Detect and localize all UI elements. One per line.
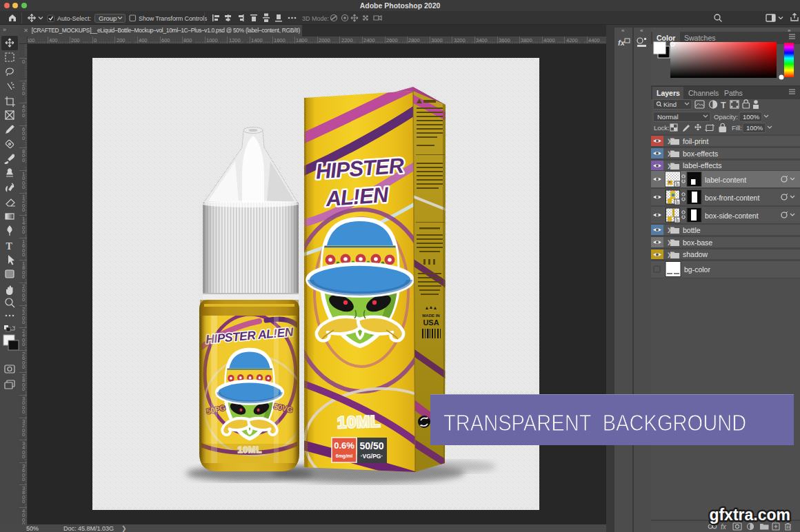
- svg-text:bottle: bottle: [683, 226, 701, 234]
- svg-text:USA: USA: [423, 318, 439, 327]
- svg-text:label-effects: label-effects: [683, 161, 721, 170]
- svg-text:gfxtra.com: gfxtra.com: [709, 506, 790, 524]
- svg-text:bg-color: bg-color: [684, 265, 710, 274]
- svg-text:fx: fx: [618, 39, 626, 47]
- svg-text:Normal: Normal: [657, 113, 679, 121]
- svg-text:AL!EN: AL!EN: [324, 183, 390, 211]
- svg-text:0.6%: 0.6%: [334, 440, 354, 451]
- svg-text:Fill:: Fill:: [732, 124, 742, 132]
- svg-text:Paths: Paths: [724, 89, 743, 97]
- svg-text:box-effects: box-effects: [683, 150, 718, 158]
- svg-text:shadow: shadow: [683, 250, 708, 258]
- svg-text:Kind: Kind: [663, 101, 677, 108]
- svg-text:box-front-content: box-front-content: [705, 194, 759, 202]
- svg-text:«: «: [621, 28, 625, 34]
- svg-text:Lock:: Lock:: [654, 124, 670, 132]
- svg-text:·VG/PG·: ·VG/PG·: [361, 453, 383, 460]
- svg-text:MADE IN: MADE IN: [422, 314, 439, 318]
- svg-text:100%: 100%: [743, 113, 760, 121]
- svg-text:10ML: 10ML: [337, 412, 381, 431]
- svg-text:T: T: [6, 241, 13, 252]
- svg-text:box-side-content: box-side-content: [705, 212, 759, 220]
- svg-text:»: »: [3, 26, 6, 33]
- svg-text:Swatches: Swatches: [684, 34, 716, 42]
- svg-text:Show Transform Controls: Show Transform Controls: [139, 15, 208, 22]
- svg-text:Opacity:: Opacity:: [714, 113, 738, 121]
- svg-text:50/50: 50/50: [359, 440, 383, 451]
- svg-text:box-base: box-base: [683, 238, 712, 247]
- svg-text:100%: 100%: [746, 124, 763, 132]
- svg-text:Color: Color: [657, 34, 675, 42]
- svg-text:label-content: label-content: [705, 176, 746, 184]
- svg-text:3D Mode:: 3D Mode:: [302, 15, 329, 22]
- svg-text:6mg/ml: 6mg/ml: [336, 453, 353, 459]
- svg-text:Auto-Select:: Auto-Select:: [57, 15, 91, 22]
- svg-text:foil-print: foil-print: [683, 137, 708, 145]
- svg-text:«: «: [640, 28, 643, 34]
- svg-text:Channels: Channels: [688, 89, 719, 97]
- svg-text:T: T: [721, 101, 726, 110]
- svg-text:Layers: Layers: [657, 89, 680, 97]
- svg-text:Group: Group: [99, 14, 117, 22]
